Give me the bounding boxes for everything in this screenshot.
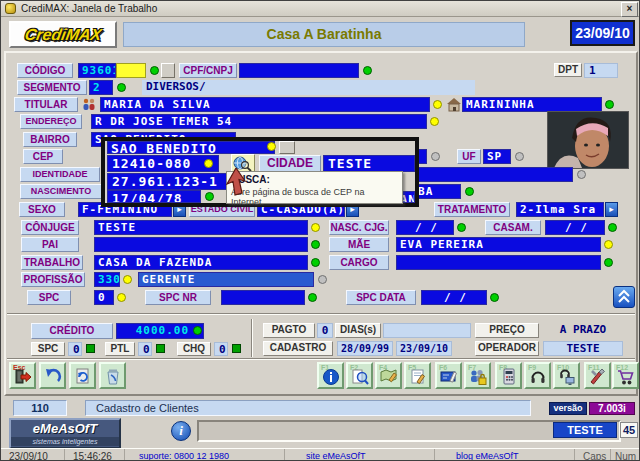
tooltip-text: Abre página de busca de CEP na Internet. xyxy=(231,187,398,207)
toolbar-button-clients-lock[interactable]: F7 xyxy=(464,362,491,389)
popup-cep-dot xyxy=(204,159,213,168)
counter-badge: 45 xyxy=(620,422,638,438)
codigo-extra-field[interactable] xyxy=(116,63,146,78)
blog-link[interactable]: blog eMeAsOfT xyxy=(456,451,519,461)
conjuge-label: CÔNJUGE xyxy=(21,220,79,235)
spc-field[interactable]: 0 xyxy=(94,290,114,305)
credito-label: CRÉDITO xyxy=(31,323,113,339)
search-icon xyxy=(351,368,369,386)
headset-icon xyxy=(529,368,547,386)
caps-indicator: Caps xyxy=(583,451,606,461)
credit-chq-label: CHQ xyxy=(177,342,211,356)
codigo-field[interactable]: 93601 xyxy=(78,63,116,78)
endereco-status-dot xyxy=(430,117,439,126)
pagto-value: 0 xyxy=(317,323,333,338)
casam-status-dot xyxy=(608,223,617,232)
spc-nr-label: SPC NR xyxy=(145,290,211,305)
segmento-label: SEGMENTO xyxy=(17,80,87,95)
cidade-status-dot xyxy=(431,152,440,161)
exit-door-icon xyxy=(14,368,32,386)
site-link[interactable]: site eMeAsOfT xyxy=(306,451,366,461)
popup-cep-field[interactable]: 12410-080 xyxy=(107,155,219,172)
popup-cidade-field[interactable]: TESTE xyxy=(323,155,415,172)
trash-button[interactable] xyxy=(99,362,126,389)
apelido-field[interactable]: MARININHA xyxy=(462,97,602,112)
titular-field[interactable]: MARIA DA SILVA xyxy=(100,97,430,112)
spc-data-status-dot xyxy=(490,293,499,302)
credit-chq-value: 0 xyxy=(214,342,228,356)
uf-field[interactable]: SP xyxy=(483,149,511,164)
refresh-page-button[interactable] xyxy=(69,362,96,389)
tratamento-field[interactable]: 2-Ilma Sra xyxy=(516,202,604,217)
pai-label: PAI xyxy=(21,237,79,252)
toolbar-button-headset[interactable]: F9 xyxy=(524,362,551,389)
profissao-code-field[interactable]: 330 xyxy=(94,272,120,287)
credito-field[interactable]: 4000.00 xyxy=(116,323,204,339)
popup-bairro-field[interactable]: SAO BENEDITO xyxy=(107,141,275,154)
check-write-icon xyxy=(440,368,458,386)
window-title: CrediMAX: Janela de Trabalho xyxy=(21,3,157,14)
version-value: 7.003i xyxy=(589,402,635,415)
mae-field[interactable]: EVA PEREIRA xyxy=(396,237,601,252)
nascimento-label: NASCIMENTO xyxy=(20,184,102,199)
cep-search-tooltip: BUSCA: Abre página de busca de CEP na In… xyxy=(226,171,403,204)
endereco-label: ENDEREÇO xyxy=(20,114,82,129)
toolbar-button-map-edit[interactable]: F4 xyxy=(375,362,402,389)
map-edit-icon xyxy=(380,368,398,386)
dpt-label: DPT xyxy=(554,63,582,77)
bairro-label: BAIRRO xyxy=(23,132,77,147)
casam-label: CASAM. xyxy=(485,220,541,235)
toolbar-button-remote-pc[interactable]: F10 xyxy=(553,362,580,389)
spc-status-dot xyxy=(117,293,126,302)
status-time: 15:46:26 xyxy=(73,451,112,461)
status-date: 23/09/10 xyxy=(9,451,48,461)
credito-status-dot xyxy=(193,326,202,335)
toolbar-button-info[interactable]: F1 xyxy=(317,362,344,389)
undo-button[interactable] xyxy=(39,362,66,389)
pai-field[interactable] xyxy=(94,237,308,252)
credit-spc-value: 0 xyxy=(68,342,82,356)
mouse-cursor-arrow xyxy=(225,168,251,200)
user-badge: TESTE xyxy=(553,422,617,438)
nasc-cjg-field[interactable]: / / xyxy=(396,220,454,235)
profissao-field[interactable]: GERENTE xyxy=(138,272,314,287)
cargo-field[interactable] xyxy=(396,255,601,270)
casam-field[interactable]: / / xyxy=(545,220,605,235)
info-button[interactable]: i xyxy=(171,421,191,441)
support-link[interactable]: suporte: 0800 12 1980 xyxy=(139,451,229,461)
toolbar-button-tools[interactable]: F11 xyxy=(584,362,611,389)
codigo-status-dot xyxy=(150,66,159,75)
toolbar-button-note-edit[interactable]: F5 xyxy=(404,362,431,389)
uf-label: UF xyxy=(457,149,481,164)
segmento-field[interactable]: 2 xyxy=(89,80,113,95)
toolbar-button-check-write[interactable]: F6 xyxy=(435,362,462,389)
cpf-status-dot xyxy=(363,66,372,75)
collapse-up-button[interactable] xyxy=(613,286,635,308)
codigo-lookup-button[interactable] xyxy=(161,63,175,78)
close-button[interactable]: × xyxy=(621,2,638,17)
tooltip-title: BUSCA: xyxy=(231,174,398,185)
tratamento-label: TRATAMENTO xyxy=(434,202,510,217)
tratamento-dropdown-button[interactable]: ▸ xyxy=(605,202,618,217)
popup-bairro-button[interactable] xyxy=(279,141,295,154)
calculator-icon xyxy=(500,368,518,386)
trabalho-status-dot xyxy=(311,258,320,267)
popup-nascimento-field[interactable]: 17/04/78 xyxy=(107,190,201,203)
spc-nr-status-dot xyxy=(308,293,317,302)
spc-nr-field[interactable] xyxy=(221,290,305,305)
exit-button[interactable]: Esc xyxy=(9,362,36,389)
dpt-field: 1 xyxy=(584,63,618,78)
toolbar-button-search[interactable]: F2 xyxy=(346,362,373,389)
trabalho-field[interactable]: CASA DA FAZENDA xyxy=(94,255,308,270)
client-name-banner: Casa A Baratinha xyxy=(123,22,525,47)
conjuge-status-dot xyxy=(311,223,320,232)
spc-data-field[interactable]: / / xyxy=(421,290,487,305)
endereco-field[interactable]: R DR JOSE TEMER 54 xyxy=(91,114,427,129)
cpf-field[interactable] xyxy=(239,63,359,78)
cadastro-label: CADASTRO xyxy=(263,341,333,356)
popup-bairro-dot xyxy=(267,142,276,151)
toolbar-button-cart[interactable]: F12 xyxy=(612,362,639,389)
toolbar-button-calculator[interactable]: F8 xyxy=(495,362,522,389)
dias-field[interactable] xyxy=(383,323,471,338)
conjuge-field[interactable]: TESTE xyxy=(94,220,308,235)
